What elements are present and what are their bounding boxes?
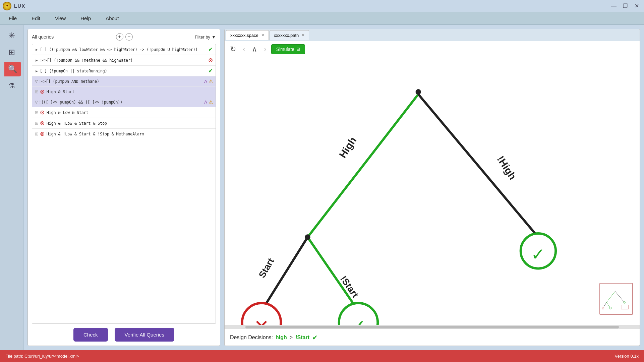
svg-line-0 [308, 94, 418, 237]
query-text: High & !Low & Start & Stop [47, 121, 213, 126]
tab-path-label: xxxxxxx.path [274, 33, 299, 38]
sidebar-icon-flask[interactable]: ⚗ [4, 78, 19, 93]
tab-path-close[interactable]: ✕ [301, 33, 305, 38]
query-prefix: ► [35, 69, 39, 73]
menu-file[interactable]: File [5, 14, 20, 22]
svg-line-1 [418, 94, 538, 237]
svg-text:✓: ✓ [531, 245, 545, 263]
horizontal-scrollbar[interactable] [225, 325, 640, 329]
query-row[interactable]: ▽ !<>[] (pumpOn AND methane) Λ ⚠ [32, 76, 216, 86]
tab-space[interactable]: xxxxxxx.space ✕ [226, 30, 269, 40]
design-decisions-label: Design Decisions: [230, 335, 273, 341]
svg-text:✓: ✓ [624, 302, 625, 303]
filter-by-control[interactable]: Filter by ▼ [195, 35, 216, 40]
window-controls: — ❐ ✕ [609, 3, 641, 9]
svg-text:High: High [337, 135, 358, 160]
close-button[interactable]: ✕ [632, 3, 641, 9]
design-high-value: high [276, 335, 287, 341]
query-row[interactable]: ⊞ ⊗ High & Low & Start [32, 107, 216, 118]
design-bar: Design Decisions: high > !Start ✔ [225, 329, 640, 346]
grid-small-icon: ⊞ [35, 89, 39, 94]
svg-text:✕: ✕ [602, 308, 603, 309]
check-green-icon: ✔ [208, 46, 213, 53]
left-panel-header: All queries + − Filter by ▼ [32, 33, 216, 41]
minimap: ✕ ✓ ✓ [599, 283, 633, 315]
query-text: !<>[] (pumpOn AND methane) [39, 79, 203, 84]
maximize-button[interactable]: ❐ [621, 3, 630, 9]
grid-small-icon: ⊞ [35, 121, 39, 126]
query-row[interactable]: ► !<>[] (!pumpOn && !methane && highWate… [32, 55, 216, 66]
query-row[interactable]: ► [ ] ((!pumpOn && lowWater && <> highWa… [32, 44, 216, 55]
query-prefix: ▽ [35, 100, 38, 104]
filter-chevron-icon: ▼ [212, 35, 216, 40]
query-prefix: ▽ [35, 79, 38, 83]
simulate-button[interactable]: Simulate ⊞ [271, 44, 305, 54]
minimize-button[interactable]: — [609, 3, 619, 9]
query-prefix: ► [35, 58, 39, 62]
query-row[interactable]: ► [ ] (!pumpOn || stateRunning) ✔ [32, 66, 216, 76]
remove-query-button[interactable]: − [125, 33, 133, 41]
all-queries-label: All queries [32, 34, 54, 40]
scrollbar-thumb[interactable] [245, 326, 619, 328]
tree-visualization: High !High Start !Start ✓ ✕ ✓ [225, 57, 640, 325]
check-green-icon: ✔ [208, 67, 213, 74]
header-controls: + − [116, 33, 133, 41]
warn-icon: ⚠ [209, 78, 213, 84]
query-row[interactable]: ⊞ ⊗ High & !Low & Start & Stop [32, 118, 216, 129]
query-list: ► [ ] ((!pumpOn && lowWater && <> highWa… [32, 44, 216, 324]
query-row[interactable]: ⊞ ⊗ High & !Low & Start & !Stop & Methan… [32, 129, 216, 139]
design-check-icon: ✔ [312, 334, 318, 342]
check-red-icon: ⊗ [40, 120, 45, 127]
grid-small-icon: ⊞ [35, 131, 39, 136]
query-row[interactable]: ⊞ ⊗ High & Start [32, 86, 216, 97]
menu-view[interactable]: View [52, 14, 69, 22]
sidebar-icon-grid[interactable]: ⊞ [4, 45, 19, 60]
query-icons: Λ ⚠ [204, 99, 213, 105]
warn-icon: ⚠ [209, 99, 213, 105]
up-button[interactable]: ∧ [250, 44, 259, 55]
query-row[interactable]: ▽ !(([ ]<> pumpOn) && ([ ]<> !pumpOn)) Λ… [32, 97, 216, 107]
left-panel: All queries + − Filter by ▼ ► [ ] ((!pum… [27, 29, 220, 346]
svg-line-17 [615, 291, 625, 302]
check-red-icon: ⊗ [40, 88, 45, 95]
menu-edit[interactable]: Edit [28, 14, 44, 22]
query-text: High & Low & Start [47, 110, 213, 115]
logo-glyph: ✦ [6, 4, 8, 8]
tab-space-close[interactable]: ✕ [261, 33, 265, 38]
design-arrow: > [290, 335, 293, 341]
refresh-button[interactable]: ↻ [228, 44, 238, 55]
tab-space-label: xxxxxxx.space [230, 33, 258, 38]
svg-point-8 [415, 89, 421, 95]
lambda-icon: Λ [204, 100, 207, 105]
canvas-area[interactable]: High !High Start !Start ✓ ✕ ✓ [225, 57, 640, 325]
query-text: High & !Low & Start & !Stop & MethaneAla… [47, 132, 213, 136]
menu-about[interactable]: About [102, 14, 122, 22]
query-text: !(([ ]<> pumpOn) && ([ ]<> !pumpOn)) [39, 100, 203, 105]
tab-path[interactable]: xxxxxxx.path ✕ [270, 30, 309, 40]
app-title: LUX [14, 3, 25, 9]
right-panel: xxxxxxx.space ✕ xxxxxxx.path ✕ ↻ ‹ ∧ › S… [224, 29, 640, 346]
menu-help[interactable]: Help [77, 14, 94, 22]
sidebar-icon-search[interactable]: 🔍 [4, 62, 21, 76]
tab-bar: xxxxxxx.space ✕ xxxxxxx.path ✕ [225, 29, 640, 41]
svg-line-16 [606, 291, 615, 302]
check-red-icon: ⊗ [208, 57, 213, 64]
lambda-icon: Λ [204, 79, 207, 84]
check-red-icon: ⊗ [40, 109, 45, 116]
next-button[interactable]: › [262, 44, 268, 55]
check-button[interactable]: Check [73, 328, 108, 342]
svg-rect-26 [621, 305, 628, 309]
bottom-buttons: Check Verifie All Queries [32, 328, 216, 342]
svg-text:✓: ✓ [610, 308, 611, 309]
verify-all-button[interactable]: Verifie All Queries [115, 328, 174, 342]
simulate-label: Simulate [276, 47, 294, 52]
svg-text:✕: ✕ [254, 316, 269, 325]
prev-button[interactable]: ‹ [241, 44, 247, 55]
query-icons: Λ ⚠ [204, 78, 213, 84]
check-red-icon: ⊗ [40, 130, 45, 137]
query-icons: ✔ [208, 46, 213, 53]
grid-small-icon: ⊞ [35, 110, 39, 115]
query-icons: ⊗ [208, 57, 213, 64]
sidebar-icon-asterisk[interactable]: ✳ [4, 28, 19, 43]
add-query-button[interactable]: + [116, 33, 123, 41]
